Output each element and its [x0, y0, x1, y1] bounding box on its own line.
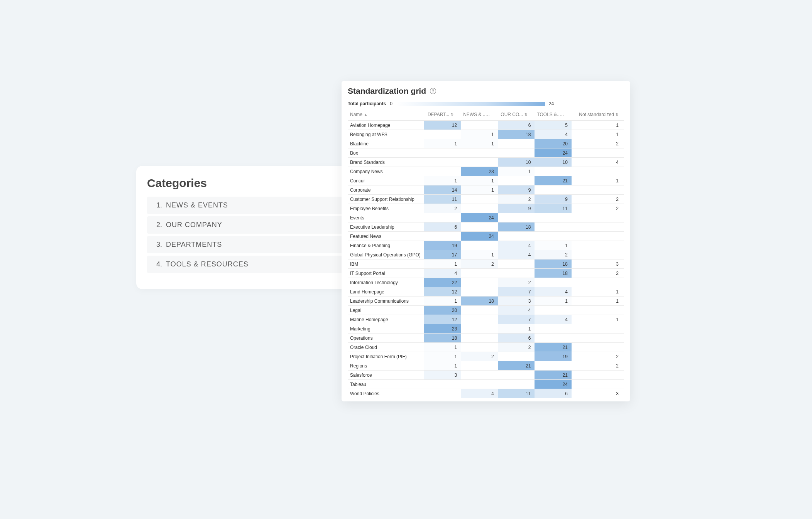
cell-value [498, 260, 535, 269]
help-icon[interactable]: ? [430, 88, 436, 94]
table-row[interactable]: Featured News24 [348, 232, 624, 241]
table-row[interactable]: Box24 [348, 148, 624, 158]
col-header-news-events[interactable]: NEWS & ...⇅ [461, 110, 498, 121]
table-row[interactable]: Project Initiation Form (PIF)12192 [348, 352, 624, 361]
cell-value [461, 371, 498, 380]
cell-value [535, 334, 572, 343]
row-name: Customer Support Relationship [348, 195, 424, 204]
table-row[interactable]: Global Physical Operations (GPO)17142 [348, 250, 624, 260]
category-item-label: TOOLS & RESOURCES [166, 260, 249, 268]
row-name: Marine Homepage [348, 315, 424, 324]
cell-not-standardized [572, 185, 624, 195]
cell-value [424, 167, 461, 176]
cell-value: 6 [424, 222, 461, 232]
cell-value: 1 [461, 185, 498, 195]
cell-value: 11 [498, 389, 535, 398]
cell-value [535, 213, 572, 222]
col-header-tools-resources[interactable]: TOOLS &...⇅ [535, 110, 572, 121]
table-row[interactable]: Marketing231 [348, 324, 624, 334]
cell-value [461, 324, 498, 334]
cell-value: 14 [424, 185, 461, 195]
cell-value: 1 [498, 324, 535, 334]
cell-not-standardized [572, 241, 624, 250]
cell-value: 6 [535, 389, 572, 398]
category-item[interactable]: 1.NEWS & EVENTS [147, 197, 369, 214]
cell-value [461, 343, 498, 352]
table-row[interactable]: IT Support Portal4182 [348, 269, 624, 278]
cell-value [535, 232, 572, 241]
table-row[interactable]: Oracle Cloud1221 [348, 343, 624, 352]
cell-value: 3 [424, 371, 461, 380]
cell-not-standardized: 4 [572, 158, 624, 167]
col-header-our-company[interactable]: OUR CO...⇅ [498, 110, 535, 121]
category-item[interactable]: 4.TOOLS & RESOURCES [147, 256, 369, 273]
table-row[interactable]: Company News231 [348, 167, 624, 176]
row-name: IBM [348, 260, 424, 269]
category-item-label: OUR COMPANY [166, 221, 222, 229]
table-row[interactable]: Corporate1419 [348, 185, 624, 195]
table-row[interactable]: Finance & Planning1941 [348, 241, 624, 250]
cell-value [535, 167, 572, 176]
participants-legend: Total participants 0 24 [348, 101, 624, 106]
cell-value: 1 [461, 139, 498, 148]
table-row[interactable]: Salesforce321 [348, 371, 624, 380]
table-row[interactable]: World Policies41163 [348, 389, 624, 398]
table-row[interactable]: Blackline11202 [348, 139, 624, 148]
table-row[interactable]: Regions1212 [348, 361, 624, 371]
table-row[interactable]: Leadership Communications118311 [348, 297, 624, 306]
cell-value: 20 [424, 306, 461, 315]
category-item[interactable]: 3.DEPARTMENTS [147, 236, 369, 253]
cell-value [498, 269, 535, 278]
cell-value: 4 [535, 315, 572, 324]
cell-not-standardized: 1 [572, 315, 624, 324]
cell-value: 24 [535, 148, 572, 158]
table-row[interactable]: Executive Leadership618 [348, 222, 624, 232]
table-row[interactable]: Operations186 [348, 334, 624, 343]
table-row[interactable]: Aviation Homepage12651 [348, 121, 624, 130]
table-row[interactable]: Tableau24 [348, 380, 624, 389]
cell-value: 10 [498, 158, 535, 167]
cell-value [535, 306, 572, 315]
grid-title: Standardization grid [348, 86, 426, 96]
cell-value: 1 [424, 352, 461, 361]
row-name: Land Homepage [348, 287, 424, 297]
cell-value [424, 130, 461, 139]
row-name: Operations [348, 334, 424, 343]
table-row[interactable]: IBM12183 [348, 260, 624, 269]
table-row[interactable]: Customer Support Relationship11292 [348, 195, 624, 204]
row-name: Tableau [348, 380, 424, 389]
table-row[interactable]: Marine Homepage12741 [348, 315, 624, 324]
col-header-name[interactable]: Name▲ [348, 110, 424, 121]
category-item-number: 4. [156, 260, 162, 268]
cell-not-standardized [572, 324, 624, 334]
table-row[interactable]: Events24 [348, 213, 624, 222]
table-row[interactable]: Land Homepage12741 [348, 287, 624, 297]
row-name: Finance & Planning [348, 241, 424, 250]
table-row[interactable]: Information Technology222 [348, 278, 624, 287]
grid-header: Name▲ DEPART...⇅ NEWS & ...⇅ OUR CO...⇅ … [348, 110, 624, 121]
cell-value [535, 185, 572, 195]
cell-value [461, 158, 498, 167]
cell-value: 1 [424, 139, 461, 148]
cell-not-standardized [572, 222, 624, 232]
table-row[interactable]: Brand Standards10104 [348, 158, 624, 167]
table-row[interactable]: Employee Benefits29112 [348, 204, 624, 213]
sort-icon: ⇅ [524, 113, 528, 116]
cell-value: 1 [424, 343, 461, 352]
cell-value: 2 [498, 278, 535, 287]
cell-value: 20 [535, 139, 572, 148]
col-header-not-standardized[interactable]: Not standardized⇅ [572, 110, 624, 121]
row-name: Global Physical Operations (GPO) [348, 250, 424, 260]
category-item[interactable]: 2.OUR COMPANY [147, 216, 369, 234]
cell-value: 2 [424, 204, 461, 213]
table-row[interactable]: Legal204 [348, 306, 624, 315]
table-row[interactable]: Concur11211 [348, 176, 624, 185]
cell-value: 3 [498, 297, 535, 306]
cell-value: 21 [535, 176, 572, 185]
cell-not-standardized: 2 [572, 195, 624, 204]
cell-not-standardized: 2 [572, 269, 624, 278]
cell-value [498, 148, 535, 158]
col-header-departments[interactable]: DEPART...⇅ [424, 110, 461, 121]
table-row[interactable]: Belonging at WFS11841 [348, 130, 624, 139]
cell-not-standardized [572, 232, 624, 241]
